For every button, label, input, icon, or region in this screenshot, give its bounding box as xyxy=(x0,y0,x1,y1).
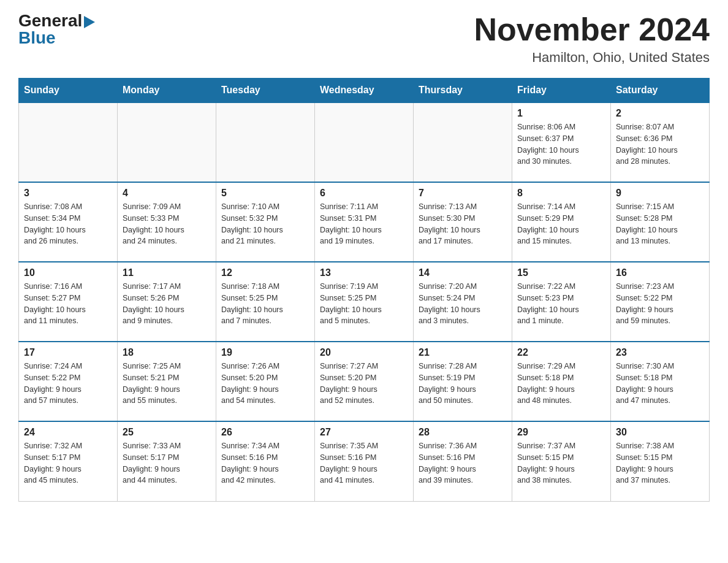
day-info: Sunrise: 7:38 AM Sunset: 5:15 PM Dayligh… xyxy=(616,440,704,486)
calendar-cell xyxy=(118,102,216,182)
day-number: 15 xyxy=(517,267,605,278)
day-info: Sunrise: 7:28 AM Sunset: 5:19 PM Dayligh… xyxy=(419,361,507,407)
day-info: Sunrise: 7:10 AM Sunset: 5:32 PM Dayligh… xyxy=(221,201,309,247)
day-number: 24 xyxy=(24,427,112,438)
day-info: Sunrise: 7:09 AM Sunset: 5:33 PM Dayligh… xyxy=(123,201,211,247)
calendar-cell xyxy=(414,102,512,182)
calendar-cell: 7Sunrise: 7:13 AM Sunset: 5:30 PM Daylig… xyxy=(414,182,512,262)
day-info: Sunrise: 7:25 AM Sunset: 5:21 PM Dayligh… xyxy=(123,361,211,407)
calendar-cell xyxy=(216,102,315,182)
column-header-saturday: Saturday xyxy=(611,79,710,103)
day-number: 16 xyxy=(616,267,704,278)
calendar-cell: 27Sunrise: 7:35 AM Sunset: 5:16 PM Dayli… xyxy=(315,421,414,501)
day-number: 7 xyxy=(419,188,507,199)
column-header-monday: Monday xyxy=(118,79,216,103)
calendar-cell: 9Sunrise: 7:15 AM Sunset: 5:28 PM Daylig… xyxy=(611,182,710,262)
calendar-cell: 21Sunrise: 7:28 AM Sunset: 5:19 PM Dayli… xyxy=(414,342,512,421)
calendar-week-row: 17Sunrise: 7:24 AM Sunset: 5:22 PM Dayli… xyxy=(19,342,710,421)
day-number: 20 xyxy=(320,347,408,358)
day-info: Sunrise: 7:34 AM Sunset: 5:16 PM Dayligh… xyxy=(221,440,309,486)
location-subtitle: Hamilton, Ohio, United States xyxy=(474,50,710,66)
day-number: 19 xyxy=(221,347,309,358)
day-info: Sunrise: 7:30 AM Sunset: 5:18 PM Dayligh… xyxy=(616,361,704,407)
calendar-table: SundayMondayTuesdayWednesdayThursdayFrid… xyxy=(18,78,710,502)
day-number: 17 xyxy=(24,347,112,358)
calendar-title: November 2024 xyxy=(474,12,710,47)
day-number: 28 xyxy=(419,427,507,438)
calendar-cell: 26Sunrise: 7:34 AM Sunset: 5:16 PM Dayli… xyxy=(216,421,315,501)
day-number: 21 xyxy=(419,347,507,358)
day-info: Sunrise: 7:13 AM Sunset: 5:30 PM Dayligh… xyxy=(419,201,507,247)
day-info: Sunrise: 7:14 AM Sunset: 5:29 PM Dayligh… xyxy=(517,201,605,247)
day-number: 2 xyxy=(616,108,704,119)
day-number: 13 xyxy=(320,267,408,278)
day-number: 18 xyxy=(123,347,211,358)
day-info: Sunrise: 7:26 AM Sunset: 5:20 PM Dayligh… xyxy=(221,361,309,407)
day-info: Sunrise: 7:20 AM Sunset: 5:24 PM Dayligh… xyxy=(419,281,507,327)
day-info: Sunrise: 7:33 AM Sunset: 5:17 PM Dayligh… xyxy=(123,440,211,486)
calendar-cell: 13Sunrise: 7:19 AM Sunset: 5:25 PM Dayli… xyxy=(315,262,414,342)
calendar-cell: 29Sunrise: 7:37 AM Sunset: 5:15 PM Dayli… xyxy=(512,421,611,501)
day-info: Sunrise: 7:08 AM Sunset: 5:34 PM Dayligh… xyxy=(24,201,112,247)
calendar-cell: 6Sunrise: 7:11 AM Sunset: 5:31 PM Daylig… xyxy=(315,182,414,262)
calendar-cell: 16Sunrise: 7:23 AM Sunset: 5:22 PM Dayli… xyxy=(611,262,710,342)
day-number: 23 xyxy=(616,347,704,358)
day-info: Sunrise: 7:15 AM Sunset: 5:28 PM Dayligh… xyxy=(616,201,704,247)
day-number: 26 xyxy=(221,427,309,438)
calendar-cell: 11Sunrise: 7:17 AM Sunset: 5:26 PM Dayli… xyxy=(118,262,216,342)
calendar-week-row: 10Sunrise: 7:16 AM Sunset: 5:27 PM Dayli… xyxy=(19,262,710,342)
logo-blue-text: Blue xyxy=(18,29,56,47)
column-header-thursday: Thursday xyxy=(414,79,512,103)
calendar-cell: 30Sunrise: 7:38 AM Sunset: 5:15 PM Dayli… xyxy=(611,421,710,501)
day-info: Sunrise: 7:23 AM Sunset: 5:22 PM Dayligh… xyxy=(616,281,704,327)
calendar-cell: 8Sunrise: 7:14 AM Sunset: 5:29 PM Daylig… xyxy=(512,182,611,262)
calendar-cell: 17Sunrise: 7:24 AM Sunset: 5:22 PM Dayli… xyxy=(19,342,118,421)
day-info: Sunrise: 7:22 AM Sunset: 5:23 PM Dayligh… xyxy=(517,281,605,327)
calendar-cell: 2Sunrise: 8:07 AM Sunset: 6:36 PM Daylig… xyxy=(611,102,710,182)
calendar-week-row: 3Sunrise: 7:08 AM Sunset: 5:34 PM Daylig… xyxy=(19,182,710,262)
column-header-sunday: Sunday xyxy=(19,79,118,103)
column-header-tuesday: Tuesday xyxy=(216,79,315,103)
calendar-header-row: SundayMondayTuesdayWednesdayThursdayFrid… xyxy=(19,79,710,103)
title-block: November 2024 Hamilton, Ohio, United Sta… xyxy=(474,12,710,66)
calendar-cell: 20Sunrise: 7:27 AM Sunset: 5:20 PM Dayli… xyxy=(315,342,414,421)
day-info: Sunrise: 7:11 AM Sunset: 5:31 PM Dayligh… xyxy=(320,201,408,247)
day-number: 8 xyxy=(517,188,605,199)
day-number: 25 xyxy=(123,427,211,438)
calendar-cell: 4Sunrise: 7:09 AM Sunset: 5:33 PM Daylig… xyxy=(118,182,216,262)
calendar-cell: 28Sunrise: 7:36 AM Sunset: 5:16 PM Dayli… xyxy=(414,421,512,501)
logo-triangle-icon xyxy=(84,16,95,28)
calendar-cell xyxy=(315,102,414,182)
day-number: 5 xyxy=(221,188,309,199)
day-info: Sunrise: 8:06 AM Sunset: 6:37 PM Dayligh… xyxy=(517,121,605,167)
day-number: 9 xyxy=(616,188,704,199)
day-info: Sunrise: 7:17 AM Sunset: 5:26 PM Dayligh… xyxy=(123,281,211,327)
calendar-cell xyxy=(19,102,118,182)
calendar-cell: 12Sunrise: 7:18 AM Sunset: 5:25 PM Dayli… xyxy=(216,262,315,342)
day-info: Sunrise: 7:27 AM Sunset: 5:20 PM Dayligh… xyxy=(320,361,408,407)
day-number: 1 xyxy=(517,108,605,119)
page-header: General Blue November 2024 Hamilton, Ohi… xyxy=(18,12,710,66)
day-info: Sunrise: 7:19 AM Sunset: 5:25 PM Dayligh… xyxy=(320,281,408,327)
day-number: 10 xyxy=(24,267,112,278)
calendar-cell: 1Sunrise: 8:06 AM Sunset: 6:37 PM Daylig… xyxy=(512,102,611,182)
calendar-cell: 18Sunrise: 7:25 AM Sunset: 5:21 PM Dayli… xyxy=(118,342,216,421)
day-number: 11 xyxy=(123,267,211,278)
day-info: Sunrise: 7:18 AM Sunset: 5:25 PM Dayligh… xyxy=(221,281,309,327)
day-number: 12 xyxy=(221,267,309,278)
day-info: Sunrise: 7:37 AM Sunset: 5:15 PM Dayligh… xyxy=(517,440,605,486)
calendar-cell: 24Sunrise: 7:32 AM Sunset: 5:17 PM Dayli… xyxy=(19,421,118,501)
day-number: 4 xyxy=(123,188,211,199)
logo-general-text: General xyxy=(18,12,96,29)
day-number: 22 xyxy=(517,347,605,358)
calendar-cell: 10Sunrise: 7:16 AM Sunset: 5:27 PM Dayli… xyxy=(19,262,118,342)
calendar-cell: 25Sunrise: 7:33 AM Sunset: 5:17 PM Dayli… xyxy=(118,421,216,501)
calendar-cell: 15Sunrise: 7:22 AM Sunset: 5:23 PM Dayli… xyxy=(512,262,611,342)
column-header-wednesday: Wednesday xyxy=(315,79,414,103)
day-info: Sunrise: 7:32 AM Sunset: 5:17 PM Dayligh… xyxy=(24,440,112,486)
calendar-week-row: 1Sunrise: 8:06 AM Sunset: 6:37 PM Daylig… xyxy=(19,102,710,182)
calendar-cell: 3Sunrise: 7:08 AM Sunset: 5:34 PM Daylig… xyxy=(19,182,118,262)
calendar-week-row: 24Sunrise: 7:32 AM Sunset: 5:17 PM Dayli… xyxy=(19,421,710,501)
day-info: Sunrise: 8:07 AM Sunset: 6:36 PM Dayligh… xyxy=(616,121,704,167)
day-number: 30 xyxy=(616,427,704,438)
